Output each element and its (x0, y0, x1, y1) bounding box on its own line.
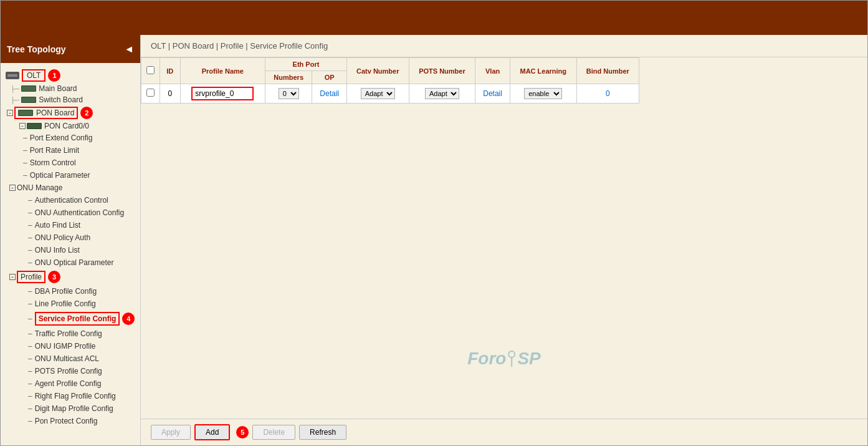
bullet-icon: – (28, 392, 32, 400)
sidebar-item-pon-card[interactable]: - PON Card0/0 (1, 120, 140, 132)
bullet-icon: – (28, 233, 32, 242)
row-profile-name-cell (180, 84, 265, 104)
delete-button[interactable]: Delete (252, 425, 295, 440)
refresh-button[interactable]: Refresh (299, 425, 346, 440)
badge-5: 5 (236, 426, 249, 439)
nav-service-profile[interactable]: – Service Profile Config 4 (1, 310, 140, 327)
pon-card-minus-icon[interactable]: - (19, 123, 26, 129)
bullet-icon: – (23, 146, 27, 155)
bullet-icon: – (28, 342, 32, 351)
nav-optical-param[interactable]: – Optical Parameter (1, 169, 140, 182)
svg-point-0 (508, 351, 515, 357)
bullet-icon: – (28, 314, 32, 323)
badge-2: 2 (80, 107, 93, 119)
select-all-checkbox[interactable] (146, 66, 155, 74)
pots-select[interactable]: Adapt 0 1 2 (425, 88, 459, 99)
nav-auto-find-list[interactable]: – Auto Find List (1, 219, 140, 231)
sidebar-header: Tree Topology ◄ (1, 35, 140, 63)
row-checkbox[interactable] (146, 89, 155, 97)
nav-port-extend[interactable]: – Port Extend Config (1, 132, 140, 144)
bullet-icon: – (28, 221, 32, 230)
profile-badge: Profile (17, 271, 45, 283)
nav-right-flag-profile[interactable]: – Right Flag Profile Config (1, 390, 140, 402)
eth-detail-link[interactable]: Detail (320, 89, 339, 98)
nav-onu-igmp-profile[interactable]: – ONU IGMP Profile (1, 340, 140, 352)
app-header (1, 1, 867, 35)
bullet-icon: – (23, 171, 27, 180)
nav-line-profile[interactable]: – Line Profile Config (1, 298, 140, 310)
col-header-pots-number: POTS Number (409, 58, 475, 84)
nav-onu-info-list[interactable]: – ONU Info List (1, 244, 140, 256)
service-profile-table: ID Profile Name Eth Port Catv Number POT… (141, 57, 639, 104)
row-eth-numbers-cell: 0 1 2 4 (265, 84, 312, 104)
col-header-eth-numbers: Numbers (265, 71, 312, 84)
nav-onu-multicast-acl[interactable]: – ONU Multicast ACL (1, 352, 140, 365)
sidebar-item-pon-board[interactable]: - PON Board 2 (1, 105, 140, 120)
bullet-icon: – (28, 367, 32, 376)
add-button[interactable]: Add (194, 424, 230, 440)
profile-minus-icon[interactable]: - (9, 274, 16, 280)
breadcrumb-profile[interactable]: Profile (221, 41, 244, 51)
pon-board-badge: PON Board (14, 107, 78, 119)
action-bar: Apply Add 5 Delete Refresh (141, 419, 867, 445)
sidebar-item-main-board[interactable]: ├─ Main Board (1, 83, 140, 94)
profile-name-input[interactable] (191, 87, 254, 100)
col-header-id: ID (160, 58, 181, 84)
catv-select[interactable]: Adapt 0 1 2 (361, 88, 395, 99)
row-pots-cell: Adapt 0 1 2 (409, 84, 475, 104)
vlan-detail-link[interactable]: Detail (483, 89, 502, 98)
breadcrumb-pon-board[interactable]: PON Board (173, 41, 214, 51)
sidebar-item-switch-board[interactable]: ├─ Switch Board (1, 94, 140, 105)
nav-dba-profile[interactable]: – DBA Profile Config (1, 285, 140, 298)
badge-1: 1 (48, 69, 60, 82)
row-vlan-cell: Detail (475, 84, 510, 104)
nav-agent-profile[interactable]: – Agent Profile Config (1, 377, 140, 390)
col-header-vlan: Vlan (475, 58, 510, 84)
bullet-icon: – (28, 196, 32, 205)
bullet-icon: – (28, 379, 32, 388)
row-checkbox-cell (141, 84, 160, 104)
nav-digit-map-profile[interactable]: – Digit Map Profile Config (1, 402, 140, 415)
nav-auth-control[interactable]: – Authentication Control (1, 194, 140, 206)
bullet-icon: – (23, 158, 27, 167)
col-header-eth-op: OP (312, 71, 347, 84)
breadcrumb-service-profile: Service Profile Config (250, 41, 328, 51)
col-header-bind-number: Bind Number (576, 58, 639, 84)
onu-manage-minus-icon[interactable]: - (9, 185, 16, 191)
row-mac-learning-cell: enable disable (510, 84, 576, 104)
breadcrumb-olt[interactable]: OLT (151, 41, 166, 51)
row-eth-op-cell: Detail (312, 84, 347, 104)
nav-onu-auth-config[interactable]: – ONU Authentication Config (1, 206, 140, 219)
nav-pots-profile[interactable]: – POTS Profile Config (1, 365, 140, 377)
row-id-cell: 0 (160, 84, 181, 104)
nav-onu-optical-param[interactable]: – ONU Optical Parameter (1, 256, 140, 269)
apply-button[interactable]: Apply (151, 425, 191, 440)
badge-3: 3 (48, 271, 60, 283)
eth-numbers-select[interactable]: 0 1 2 4 (279, 88, 299, 99)
bind-number-link[interactable]: 0 (606, 89, 610, 98)
nav-group-onu-manage[interactable]: - ONU Manage (1, 182, 140, 194)
bullet-icon: – (28, 417, 32, 425)
bullet-icon: – (28, 246, 32, 255)
watermark: Foro SP (467, 349, 541, 369)
olt-badge: OLT (22, 69, 45, 82)
nav-traffic-profile[interactable]: – Traffic Profile Config (1, 327, 140, 340)
sidebar-collapse-arrow[interactable]: ◄ (124, 44, 134, 55)
nav-pon-protect[interactable]: – Pon Protect Config (1, 415, 140, 427)
pon-board-minus-icon[interactable]: - (7, 110, 13, 116)
nav-port-rate[interactable]: – Port Rate Limit (1, 144, 140, 157)
mac-learning-select[interactable]: enable disable (524, 88, 562, 99)
sidebar-item-olt[interactable]: OLT 1 (1, 68, 140, 83)
bullet-icon: – (23, 133, 27, 142)
col-header-eth-port: Eth Port (265, 58, 347, 71)
breadcrumb-sep1: | (168, 41, 173, 51)
nav-storm-control[interactable]: – Storm Control (1, 157, 140, 169)
service-profile-badge: Service Profile Config (35, 312, 120, 326)
badge-4: 4 (122, 313, 135, 325)
bullet-icon: – (28, 208, 32, 217)
nav-group-profile[interactable]: - Profile 3 (1, 269, 140, 285)
nav-onu-policy-auth[interactable]: – ONU Policy Auth (1, 231, 140, 244)
bullet-icon: – (28, 287, 32, 296)
bullet-icon: – (28, 258, 32, 267)
pon-card-icon (27, 123, 42, 129)
